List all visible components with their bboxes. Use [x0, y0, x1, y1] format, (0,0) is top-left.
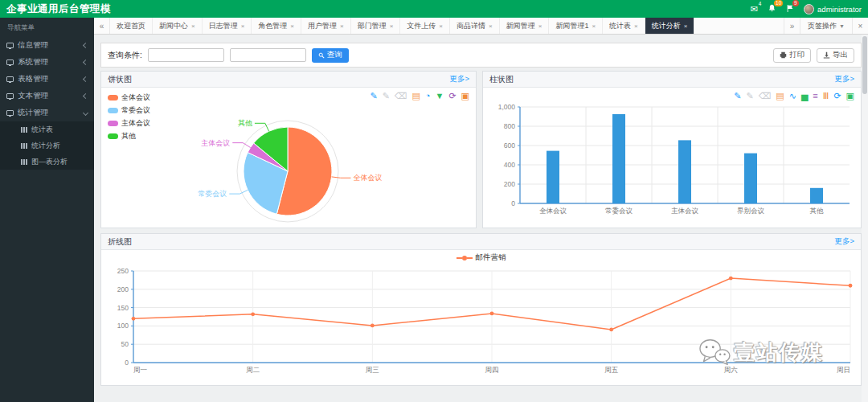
legend-item-常委会议[interactable]: 常委会议	[108, 105, 150, 116]
sidebar-item-文本管理[interactable]: 文本管理	[0, 88, 94, 105]
tab-close-icon[interactable]: ×	[191, 23, 195, 30]
tab-close-icon[interactable]: ×	[684, 23, 688, 30]
legend-swatch	[108, 108, 118, 113]
tab-日志管理[interactable]: 日志管理×	[203, 18, 252, 34]
sidebar-subitem-统计表[interactable]: 统计表	[0, 121, 94, 137]
report-icon[interactable]: ▤	[776, 92, 784, 100]
line-chart-icon[interactable]: ∿	[789, 92, 796, 100]
pie-chart[interactable]: 全体会议常委会议主体会议其他	[101, 88, 476, 227]
bell-icon[interactable]: 10	[768, 4, 776, 14]
tab-close-icon[interactable]: ×	[390, 23, 394, 30]
svg-text:250: 250	[117, 267, 129, 275]
sidebar-item-信息管理[interactable]: 信息管理	[0, 37, 94, 54]
user-menu[interactable]: administrator	[804, 4, 862, 14]
close-all-tabs-button[interactable]: ×	[852, 18, 868, 34]
svg-text:周六: 周六	[724, 366, 739, 374]
tab-部门管理[interactable]: 部门管理×	[351, 18, 401, 34]
tab-close-icon[interactable]: ×	[439, 23, 443, 30]
sidebar-subitem-图—表分析[interactable]: 图—表分析	[0, 154, 94, 170]
sidebar-subitem-label: 统计表	[31, 125, 53, 135]
export-button[interactable]: 导出	[817, 48, 854, 63]
username: administrator	[817, 5, 862, 14]
edit-alt-icon[interactable]: ✎	[383, 92, 390, 100]
top-header: 企事业通用后台管理模 ✉4 10 9 administrator	[0, 0, 868, 18]
tab-新闻中心[interactable]: 新闻中心×	[153, 18, 203, 34]
tab-close-icon[interactable]: ×	[489, 23, 493, 30]
bar-more-link[interactable]: 更多>	[834, 74, 854, 84]
bar-chart-icon[interactable]: ▅	[801, 92, 808, 100]
search-button[interactable]: 查询	[312, 48, 349, 63]
mail-badge: 4	[757, 1, 764, 7]
tab-欢迎首页[interactable]: 欢迎首页	[110, 18, 153, 34]
bar-chart-icon	[21, 159, 27, 165]
query-input-1[interactable]	[148, 48, 224, 62]
vbars-icon[interactable]: Ⅲ	[823, 92, 829, 100]
print-button[interactable]: 打印	[773, 48, 811, 63]
sidebar-item-表格管理[interactable]: 表格管理	[0, 71, 94, 88]
tab-新闻管理1[interactable]: 新闻管理1×	[549, 18, 603, 34]
tab-文件上传[interactable]: 文件上传×	[400, 18, 450, 34]
tab-close-icon[interactable]: ×	[340, 23, 344, 30]
tab-close-icon[interactable]: ×	[634, 23, 638, 30]
legend-item-邮件营销[interactable]: 邮件营销	[101, 252, 861, 263]
filter-icon[interactable]: ▼	[435, 92, 444, 100]
bell-badge: 10	[774, 0, 783, 6]
tab-角色管理[interactable]: 角色管理×	[252, 18, 301, 34]
tab-close-icon[interactable]: ×	[290, 23, 294, 30]
edit-icon[interactable]: ✎	[370, 92, 377, 100]
pie-chart-icon[interactable]: ◔	[425, 92, 431, 100]
tabs-scroll-left-button[interactable]: «	[94, 18, 110, 34]
tab-operations-dropdown[interactable]: 页签操作▼	[800, 18, 852, 34]
tab-close-icon[interactable]: ×	[241, 23, 245, 30]
sidebar-item-label: 统计管理	[18, 108, 48, 118]
legend-item-主体会议[interactable]: 主体会议	[108, 118, 150, 129]
query-label: 查询条件:	[108, 50, 142, 61]
legend-swatch	[108, 95, 118, 100]
tab-商品详情[interactable]: 商品详情×	[450, 18, 500, 34]
line-more-link[interactable]: 更多>	[834, 236, 854, 247]
chevron-down-icon	[83, 110, 88, 116]
sidebar: 导航菜单 信息管理系统管理表格管理文本管理统计管理 统计表统计分析图—表分析	[0, 18, 94, 402]
tab-新闻管理[interactable]: 新闻管理×	[500, 18, 550, 34]
legend-item-其他[interactable]: 其他	[108, 131, 150, 142]
erase-icon[interactable]: ⌫	[395, 92, 407, 100]
svg-text:0: 0	[511, 199, 515, 207]
mail-icon[interactable]: ✉4	[751, 5, 758, 14]
sidebar-item-系统管理[interactable]: 系统管理	[0, 54, 94, 71]
pie-more-link[interactable]: 更多>	[449, 74, 469, 84]
scrollbar-thumb[interactable]	[862, 36, 867, 94]
hbars-icon[interactable]: ≡	[813, 92, 817, 100]
svg-text:50: 50	[121, 340, 129, 348]
sidebar-subitem-统计分析[interactable]: 统计分析	[0, 137, 94, 154]
edit-icon[interactable]: ✎	[734, 92, 741, 100]
tab-统计表[interactable]: 统计表×	[603, 18, 645, 34]
tabs-scroll-right-button[interactable]: »	[784, 18, 800, 34]
vertical-scrollbar[interactable]	[862, 35, 868, 402]
refresh-icon[interactable]: ⟳	[448, 92, 456, 100]
svg-text:界别会议: 界别会议	[737, 207, 765, 215]
line-chart[interactable]: 050100150200250周一周二周三周四周五周六周日	[101, 261, 861, 396]
legend-label: 主体会议	[121, 118, 150, 129]
sidebar-menu: 信息管理系统管理表格管理文本管理统计管理	[0, 37, 94, 121]
tab-close-icon[interactable]: ×	[592, 23, 596, 30]
tab-close-icon[interactable]: ×	[538, 23, 542, 30]
svg-text:主体会议: 主体会议	[671, 207, 699, 215]
flag-icon[interactable]: 9	[786, 4, 794, 14]
bar-chart[interactable]: 02004006008001,000全体会议常委会议主体会议界别会议其他	[483, 88, 861, 227]
report-icon[interactable]: ▤	[411, 92, 420, 100]
query-input-2[interactable]	[230, 48, 306, 62]
refresh-icon[interactable]: ⟳	[833, 92, 841, 100]
legend-item-全体会议[interactable]: 全体会议	[108, 92, 150, 103]
sidebar-item-label: 文本管理	[18, 91, 48, 101]
erase-icon[interactable]: ⌫	[759, 92, 772, 100]
save-icon[interactable]: ▣	[461, 92, 469, 100]
sidebar-item-统计管理[interactable]: 统计管理	[0, 105, 94, 121]
save-icon[interactable]: ▣	[846, 92, 854, 100]
tab-label: 欢迎首页	[117, 21, 145, 31]
app-root: 企事业通用后台管理模 ✉4 10 9 administrator 导航菜单 信息…	[0, 0, 868, 402]
edit-alt-icon[interactable]: ✎	[746, 92, 753, 100]
tab-统计分析[interactable]: 统计分析×	[645, 18, 695, 34]
tab-用户管理[interactable]: 用户管理×	[301, 18, 351, 34]
line-panel-body: 邮件营销 050100150200250周一周二周三周四周五周六周日	[101, 250, 861, 385]
tab-label: 统计表	[609, 21, 631, 31]
